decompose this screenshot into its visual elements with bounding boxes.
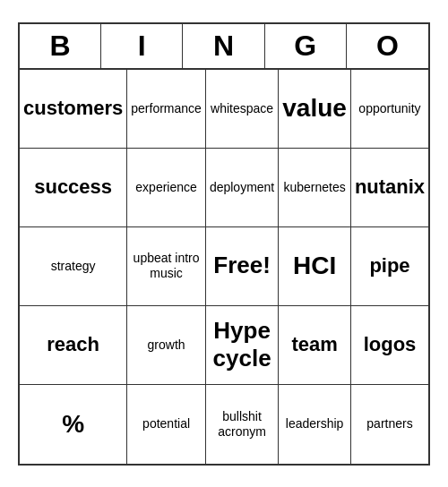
bingo-cell: kubernetes [279, 149, 351, 227]
cell-text: performance [131, 101, 202, 116]
bingo-cell: whitespace [206, 70, 279, 149]
cell-text: partners [366, 416, 412, 431]
bingo-grid: customersperformancewhitespacevalueoppor… [20, 70, 428, 464]
bingo-cell: experience [127, 149, 206, 227]
bingo-cell: HCI [279, 227, 351, 306]
cell-text: opportunity [358, 101, 420, 116]
bingo-cell: value [279, 70, 351, 149]
cell-text: % [62, 409, 84, 440]
bingo-cell: upbeat intro music [127, 227, 206, 306]
bingo-cell: bullshit acronym [206, 385, 279, 464]
cell-text: upbeat intro music [131, 251, 202, 281]
header-letter: I [101, 24, 183, 68]
cell-text: success [34, 175, 112, 199]
bingo-header: BINGO [20, 24, 428, 70]
cell-text: HCI [293, 251, 336, 281]
bingo-cell: team [279, 306, 351, 385]
cell-text: customers [23, 97, 123, 120]
cell-text: Hype cycle [210, 317, 274, 372]
bingo-cell: partners [351, 385, 428, 464]
cell-text: reach [47, 333, 99, 356]
bingo-card: BINGO customersperformancewhitespacevalu… [18, 22, 430, 466]
bingo-cell: performance [127, 70, 206, 149]
cell-text: logos [364, 333, 417, 356]
cell-text: pipe [369, 254, 409, 278]
bingo-cell: success [20, 149, 127, 227]
header-letter: O [347, 24, 428, 68]
header-letter: G [265, 24, 347, 68]
bingo-cell: pipe [351, 227, 428, 306]
cell-text: Free! [213, 252, 271, 279]
cell-text: bullshit acronym [210, 409, 274, 440]
bingo-cell: Free! [206, 227, 279, 306]
cell-text: growth [148, 337, 185, 353]
bingo-cell: strategy [20, 227, 127, 306]
bingo-cell: reach [20, 306, 127, 385]
cell-text: experience [135, 180, 197, 195]
cell-text: whitespace [211, 101, 273, 116]
bingo-cell: opportunity [351, 70, 428, 149]
bingo-cell: leadership [279, 385, 351, 464]
bingo-cell: deployment [206, 149, 279, 227]
cell-text: deployment [210, 180, 274, 195]
header-letter: B [20, 24, 101, 68]
bingo-cell: % [20, 385, 127, 464]
cell-text: team [291, 333, 337, 356]
cell-text: potential [142, 416, 190, 431]
bingo-cell: potential [127, 385, 206, 464]
cell-text: value [282, 93, 347, 124]
bingo-cell: Hype cycle [206, 306, 279, 385]
bingo-cell: customers [20, 70, 127, 149]
cell-text: nutanix [355, 175, 425, 199]
header-letter: N [183, 24, 264, 68]
bingo-cell: nutanix [351, 149, 428, 227]
cell-text: strategy [51, 259, 96, 274]
cell-text: kubernetes [283, 180, 345, 195]
cell-text: leadership [286, 416, 344, 431]
bingo-cell: logos [351, 306, 428, 385]
bingo-cell: growth [127, 306, 206, 385]
